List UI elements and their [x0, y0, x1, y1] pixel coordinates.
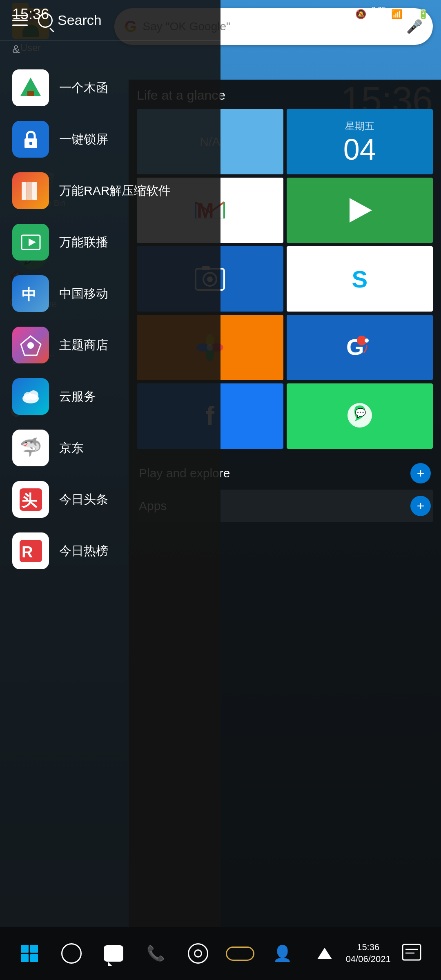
svg-rect-3: [29, 142, 32, 145]
tile-maps[interactable]: G: [287, 315, 433, 380]
ampersand-text: &: [0, 41, 220, 58]
app-name-jinritoutiao: 今日头条: [59, 491, 108, 508]
network-speed: 0.25 KB/S: [370, 6, 387, 22]
svg-point-14: [29, 390, 38, 400]
app-name-wangnengrar: 万能RAR解压缩软件: [59, 183, 171, 199]
app-item-yigemuhan[interactable]: 一个木函: [0, 62, 220, 114]
storm-inner-icon: [194, 949, 202, 958]
app-item-zhutishangdian[interactable]: 主题商店: [0, 319, 220, 371]
play-explore-add-button[interactable]: +: [410, 463, 431, 483]
svg-text:R: R: [22, 543, 33, 561]
app-item-jingdong[interactable]: 🦈 京东: [0, 422, 220, 474]
calendar-day-name: 星期五: [345, 120, 374, 133]
app-icon-zhongguoyidong: 中: [12, 275, 49, 312]
app-icon-yigemuhan: [12, 69, 49, 106]
app-icon-jinriredang: R: [12, 532, 49, 569]
app-name-jinriredang: 今日热榜: [59, 543, 108, 559]
app-name-yijiansuopin: 一键锁屏: [59, 131, 108, 148]
phone-icon: 📞: [147, 945, 165, 962]
nav-profile-button[interactable]: 👤: [261, 944, 303, 962]
svg-rect-38: [403, 944, 421, 960]
browser-storm-icon: [188, 943, 208, 964]
app-name-zhongguoyidong: 中国移动: [59, 285, 108, 302]
windows-logo-icon: [21, 945, 38, 962]
app-icon-yunfuwu: [12, 378, 49, 415]
profile-person-icon: 👤: [273, 944, 292, 962]
nav-notification-button[interactable]: [391, 943, 433, 964]
app-icon-wannenglianbo: [12, 224, 49, 261]
svg-point-33: [365, 339, 369, 343]
app-item-yijiansuopin[interactable]: 一键锁屏: [0, 114, 220, 165]
nav-browser-button[interactable]: [177, 943, 219, 964]
skype-s-icon: S: [352, 265, 368, 293]
app-item-jinriredang[interactable]: R 今日热榜: [0, 525, 220, 577]
nav-time-display: 15:36 04/06/2021: [346, 942, 391, 965]
svg-point-11: [27, 342, 34, 349]
app-name-wannenglianbo: 万能联播: [59, 234, 108, 251]
app-name-jingdong: 京东: [59, 440, 84, 457]
home-circle-icon: [61, 943, 82, 964]
muted-bell-icon: 🔕: [355, 9, 366, 20]
svg-rect-4: [22, 182, 27, 200]
calendar-day-num: 04: [343, 135, 376, 164]
svg-text:🦈: 🦈: [20, 437, 42, 458]
svg-rect-5: [27, 182, 32, 200]
wifi-icon: 📶: [391, 9, 402, 20]
nav-windows-button[interactable]: [8, 945, 50, 962]
left-drawer: Search & 一个木函 一键锁屏: [0, 0, 220, 927]
svg-text:中: 中: [22, 286, 36, 303]
app-icon-wangnengrar: [12, 172, 49, 209]
messages-bubble-icon: [104, 945, 123, 962]
app-icon-jinritoutiao: 头: [12, 481, 49, 518]
app-item-wannenglianbo[interactable]: 万能联播: [0, 216, 220, 268]
multitask-arrow-icon: [317, 948, 332, 959]
tile-play-store[interactable]: [287, 178, 433, 243]
nav-home-button[interactable]: [50, 943, 92, 964]
nav-date-text: 04/06/2021: [346, 953, 391, 965]
app-item-jinritoutiao[interactable]: 头 今日头条: [0, 474, 220, 525]
status-icons: 🔕 0.25 KB/S 📶 ⊠ 🔋: [355, 6, 429, 22]
tile-whatsapp[interactable]: 💬: [287, 383, 433, 449]
nav-phone-button[interactable]: 📞: [135, 945, 177, 962]
nav-time-text: 15:36: [346, 942, 391, 953]
status-bar: 15:36 🔕 0.25 KB/S 📶 ⊠ 🔋: [0, 0, 441, 29]
app-name-yigemuhan: 一个木函: [59, 80, 108, 96]
app-item-yunfuwu[interactable]: 云服务: [0, 371, 220, 422]
svg-text:💬: 💬: [355, 408, 366, 419]
svg-rect-1: [27, 91, 34, 96]
app-name-yunfuwu: 云服务: [59, 388, 96, 405]
apps-add-button[interactable]: +: [410, 496, 431, 516]
app-item-zhongguoyidong[interactable]: 中 中国移动: [0, 268, 220, 319]
app-icon-jingdong: 🦈: [12, 430, 49, 466]
app-name-zhutishangdian: 主题商店: [59, 337, 108, 354]
svg-rect-6: [32, 182, 37, 200]
tile-calendar[interactable]: 星期五 04: [287, 109, 433, 174]
app-icon-yijiansuopin: [12, 121, 49, 158]
battery-icon: 🔋: [418, 9, 429, 20]
assistant-capsule-icon: [226, 947, 254, 961]
bottom-navigation-bar: 📞 👤 15:36 04/06/2021: [0, 927, 441, 980]
svg-text:头: 头: [21, 492, 38, 509]
status-time: 15:36: [12, 6, 49, 23]
drawer-apps-list: 一个木函 一键锁屏 万能RAR解压缩软件: [0, 58, 220, 927]
notification-icon: [401, 943, 422, 964]
nav-clock: 15:36 04/06/2021: [346, 942, 391, 965]
sim-icon: ⊠: [406, 9, 414, 20]
app-item-wangnengrar[interactable]: 万能RAR解压缩软件: [0, 165, 220, 216]
nav-assistant-button[interactable]: [219, 947, 261, 961]
tile-skype[interactable]: S: [287, 246, 433, 312]
svg-marker-8: [29, 238, 36, 246]
nav-multitask-button[interactable]: [303, 948, 345, 959]
svg-marker-22: [350, 198, 372, 223]
app-icon-zhutishangdian: [12, 327, 49, 363]
nav-messages-button[interactable]: [93, 945, 135, 962]
